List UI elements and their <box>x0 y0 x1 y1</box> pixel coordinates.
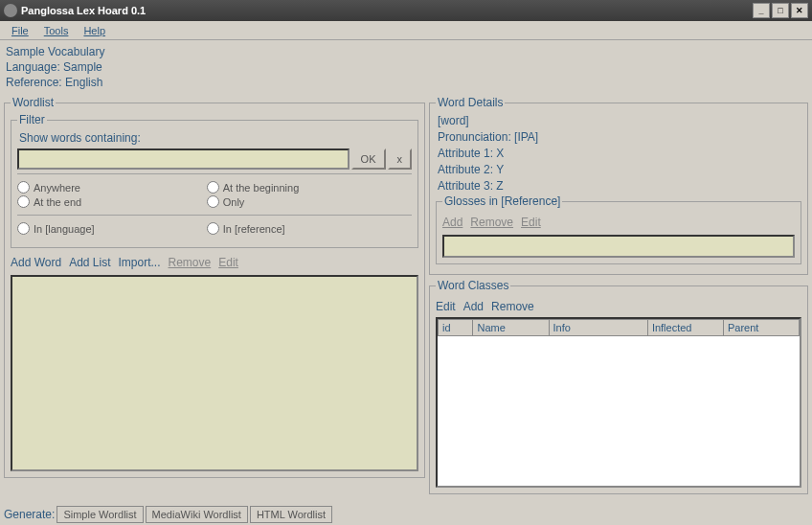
filter-fieldset: Filter Show words containing: OK x Anywh… <box>11 113 418 248</box>
glosses-legend: Glosses in [Reference] <box>442 194 562 208</box>
glosses-add[interactable]: Add <box>442 216 462 229</box>
radio-anywhere[interactable]: Anywhere <box>17 180 207 194</box>
gen-mediawiki-button[interactable]: MediaWiki Wordlist <box>146 506 248 523</box>
close-button[interactable]: ✕ <box>791 3 808 18</box>
remove-link[interactable]: Remove <box>169 256 212 269</box>
add-word-link[interactable]: Add Word <box>11 256 61 269</box>
gen-simple-button[interactable]: Simple Wordlist <box>56 506 143 523</box>
radio-beginning[interactable]: At the beginning <box>207 180 396 194</box>
info-area: Sample Vocabulary Language: Sample Refer… <box>0 40 812 94</box>
col-parent[interactable]: Parent <box>723 320 799 336</box>
menu-help[interactable]: Help <box>76 23 113 38</box>
detail-word: [word] <box>436 113 801 129</box>
maximize-button[interactable]: □ <box>772 3 789 18</box>
radio-in-language[interactable]: In [language] <box>17 221 207 236</box>
filter-input[interactable] <box>17 148 350 170</box>
wordlist-fieldset: Wordlist Filter Show words containing: O… <box>4 96 425 478</box>
edit-link[interactable]: Edit <box>218 256 238 269</box>
window-title: Panglossa Lex Hoard 0.1 <box>21 5 146 16</box>
scope-radios: In [language] In [reference] <box>17 221 412 236</box>
col-inflected[interactable]: Inflected <box>647 320 723 336</box>
reference-line: Reference: English <box>6 75 806 90</box>
classes-toolbar: Edit Add Remove <box>436 296 801 317</box>
show-words-label: Show words containing: <box>17 130 412 147</box>
glosses-listbox[interactable] <box>442 235 795 258</box>
add-list-link[interactable]: Add List <box>69 256 110 269</box>
menu-tools[interactable]: Tools <box>36 23 77 38</box>
app-icon <box>4 4 17 17</box>
detail-attr2: Attribute 2: Y <box>436 162 801 178</box>
position-radios: Anywhere At the beginning At the end Onl… <box>17 180 412 209</box>
gen-html-button[interactable]: HTML Wordlist <box>250 506 332 523</box>
menubar: File Tools Help <box>0 21 812 40</box>
col-id[interactable]: id <box>439 320 473 336</box>
import-link[interactable]: Import... <box>119 256 161 269</box>
classes-remove[interactable]: Remove <box>491 300 534 313</box>
classes-add[interactable]: Add <box>463 300 484 313</box>
col-info[interactable]: Info <box>549 320 647 336</box>
col-name[interactable]: Name <box>473 320 549 336</box>
word-details-legend: Word Details <box>436 96 505 109</box>
glosses-remove[interactable]: Remove <box>470 216 513 229</box>
titlebar: Panglossa Lex Hoard 0.1 _ □ ✕ <box>0 0 812 21</box>
word-classes-legend: Word Classes <box>436 279 510 292</box>
word-details-fieldset: Word Details [word] Pronunciation: [IPA]… <box>429 96 808 275</box>
detail-pron: Pronunciation: [IPA] <box>436 129 801 146</box>
ok-button[interactable]: OK <box>351 148 386 170</box>
vocab-name: Sample Vocabulary <box>6 44 806 59</box>
clear-button[interactable]: x <box>388 148 413 170</box>
word-classes-fieldset: Word Classes Edit Add Remove id Name Inf… <box>429 279 808 494</box>
language-line: Language: Sample <box>6 59 806 75</box>
filter-legend: Filter <box>17 113 47 126</box>
glosses-toolbar: Add Remove Edit <box>442 212 795 233</box>
radio-end[interactable]: At the end <box>17 194 207 209</box>
glosses-fieldset: Glosses in [Reference] Add Remove Edit <box>436 194 801 264</box>
glosses-edit[interactable]: Edit <box>521 216 541 229</box>
classes-table-wrap[interactable]: id Name Info Inflected Parent <box>436 317 801 488</box>
footer: Generate: Simple Wordlist MediaWiki Word… <box>4 506 332 523</box>
radio-only[interactable]: Only <box>207 194 396 209</box>
detail-attr3: Attribute 3: Z <box>436 178 801 194</box>
classes-table: id Name Info Inflected Parent <box>438 319 800 336</box>
classes-edit[interactable]: Edit <box>436 300 456 313</box>
wordlist-listbox[interactable] <box>11 275 418 471</box>
generate-label: Generate: <box>4 508 55 521</box>
wordlist-legend: Wordlist <box>11 96 56 109</box>
wordlist-toolbar: Add Word Add List Import... Remove Edit <box>11 252 418 273</box>
menu-file[interactable]: File <box>4 23 36 38</box>
detail-attr1: Attribute 1: X <box>436 146 801 162</box>
radio-in-reference[interactable]: In [reference] <box>207 221 396 236</box>
minimize-button[interactable]: _ <box>753 3 770 18</box>
